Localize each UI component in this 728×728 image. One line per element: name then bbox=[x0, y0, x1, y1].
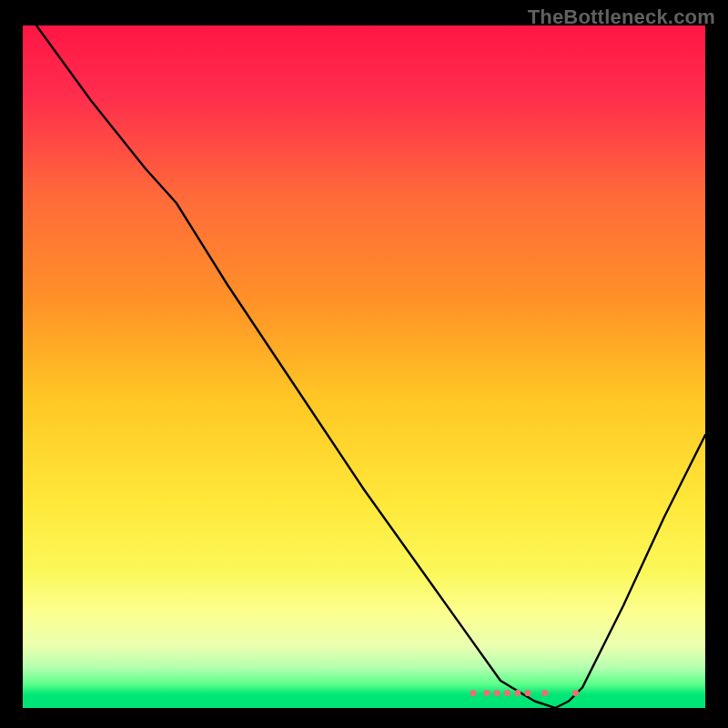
marker-dot bbox=[514, 690, 521, 696]
marker-dot bbox=[483, 690, 490, 696]
chart-container: TheBottleneck.com bbox=[0, 0, 728, 728]
bottleneck-chart bbox=[23, 25, 705, 708]
marker-dot bbox=[494, 690, 500, 696]
marker-dot bbox=[524, 690, 531, 696]
marker-dot bbox=[572, 690, 579, 696]
gradient-background bbox=[23, 25, 705, 708]
marker-dot bbox=[504, 690, 511, 696]
marker-dot bbox=[541, 690, 548, 696]
chart-svg bbox=[23, 25, 705, 708]
marker-dot bbox=[470, 690, 476, 696]
